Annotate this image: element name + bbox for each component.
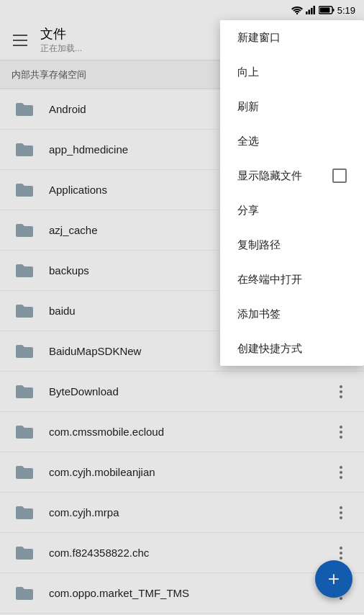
dropdown-item-up[interactable]: 向上: [220, 55, 364, 89]
dropdown-menu: 新建窗口向上刷新全选显示隐藏文件分享复制路径在终端中打开添加书签创建快捷方式: [220, 20, 364, 366]
dropdown-item-label: 显示隐藏文件: [237, 169, 302, 183]
dropdown-item-shortcut[interactable]: 创建快捷方式: [220, 331, 364, 366]
hidden-files-checkbox[interactable]: [332, 169, 347, 183]
dropdown-item-select-all[interactable]: 全选: [220, 124, 364, 158]
dropdown-item-new-window[interactable]: 新建窗口: [220, 20, 364, 55]
dropdown-item-label: 复制路径: [237, 238, 281, 252]
dropdown-item-bookmark[interactable]: 添加书签: [220, 297, 364, 331]
dropdown-item-label: 刷新: [237, 100, 259, 114]
dropdown-item-refresh[interactable]: 刷新: [220, 89, 364, 124]
dropdown-item-label: 向上: [237, 66, 259, 79]
dropdown-item-show-hidden[interactable]: 显示隐藏文件: [220, 158, 364, 193]
dropdown-item-label: 全选: [237, 135, 259, 148]
dropdown-item-share[interactable]: 分享: [220, 193, 364, 228]
dropdown-item-label: 添加书签: [237, 308, 281, 321]
dropdown-item-label: 在终端中打开: [237, 273, 302, 287]
dropdown-item-label: 分享: [237, 204, 259, 217]
dropdown-item-label: 创建快捷方式: [237, 342, 302, 356]
dropdown-item-label: 新建窗口: [237, 31, 281, 45]
dropdown-item-open-terminal[interactable]: 在终端中打开: [220, 262, 364, 297]
dropdown-item-copy-path[interactable]: 复制路径: [220, 228, 364, 262]
